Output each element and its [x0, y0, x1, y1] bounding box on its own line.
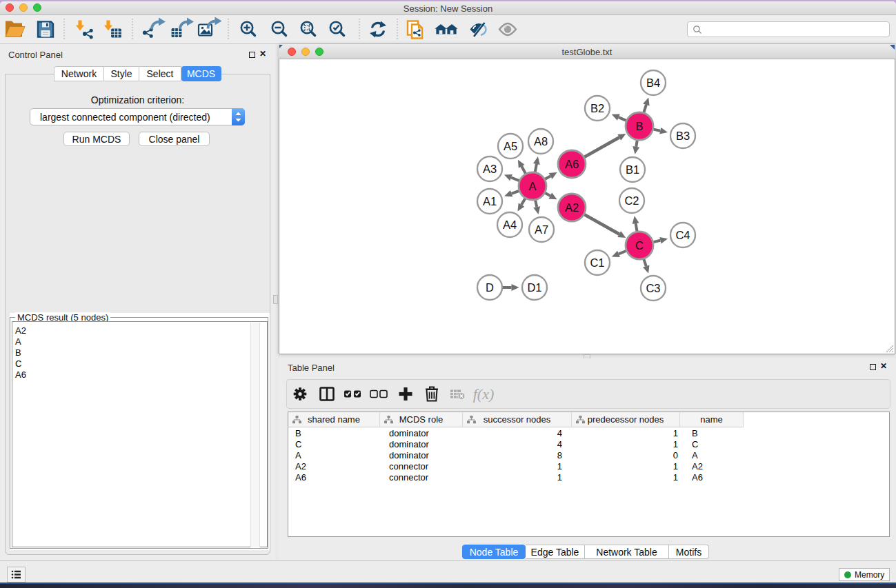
- svg-text:A2: A2: [565, 201, 579, 214]
- svg-text:A1: A1: [483, 195, 497, 207]
- svg-text:A5: A5: [504, 140, 517, 152]
- svg-text:B4: B4: [646, 77, 660, 89]
- svg-text:C2: C2: [624, 194, 639, 207]
- svg-text:B2: B2: [590, 102, 604, 114]
- svg-text:A3: A3: [483, 163, 497, 175]
- svg-text:C: C: [635, 239, 644, 252]
- svg-text:A6: A6: [565, 158, 579, 170]
- svg-text:B1: B1: [626, 163, 639, 176]
- svg-text:A4: A4: [503, 219, 517, 231]
- svg-text:A7: A7: [535, 223, 548, 236]
- svg-text:B: B: [635, 120, 643, 132]
- svg-text:A: A: [528, 180, 536, 192]
- svg-text:C3: C3: [646, 282, 660, 294]
- svg-text:A8: A8: [534, 135, 548, 148]
- svg-text:B3: B3: [676, 130, 690, 142]
- svg-text:C1: C1: [590, 256, 604, 269]
- svg-text:f(x): f(x): [473, 385, 495, 403]
- svg-text:C4: C4: [675, 229, 690, 241]
- svg-text:D1: D1: [527, 281, 541, 294]
- svg-text:D: D: [486, 281, 494, 294]
